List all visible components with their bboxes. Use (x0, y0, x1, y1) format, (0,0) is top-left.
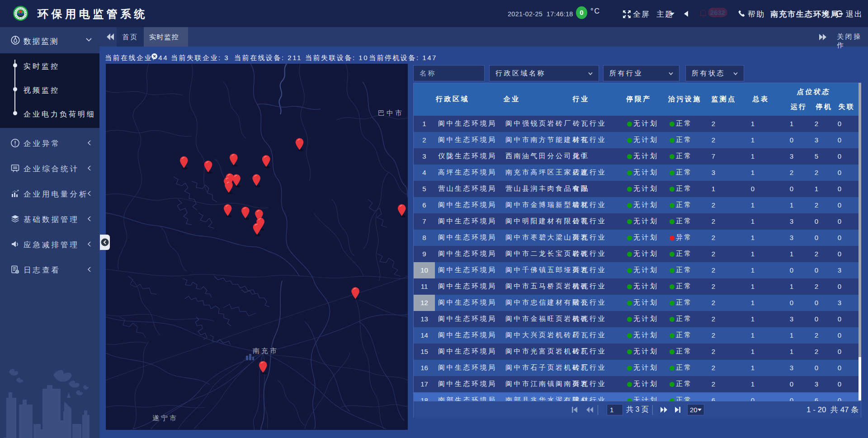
svg-text:巴中市: 巴中市 (378, 109, 404, 117)
svg-text:南充市: 南充市 (253, 347, 278, 354)
svg-text:遂宁市: 遂宁市 (152, 414, 178, 422)
